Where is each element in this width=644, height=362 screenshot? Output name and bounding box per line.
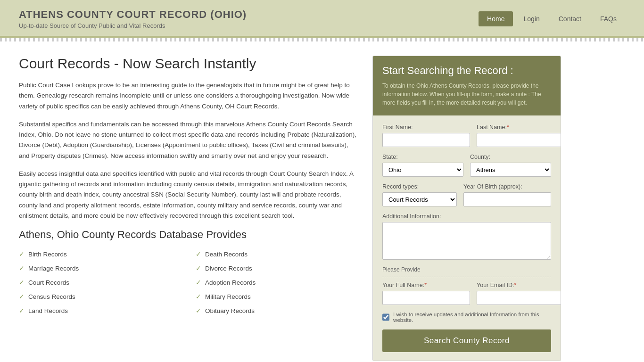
record-item-adoption: ✓ Adoption Records: [196, 277, 358, 288]
dashed-divider: [382, 277, 551, 277]
record-item-divorce: ✓ Divorce Records: [196, 263, 358, 274]
newsletter-checkbox-row: I wish to receive updates and additional…: [382, 312, 551, 323]
main-nav: Home Login Contact FAQs: [479, 11, 625, 26]
additional-info-label: Additional Information:: [382, 213, 551, 220]
last-name-label: Last Name:*: [477, 124, 561, 131]
check-icon-obituary: ✓: [196, 307, 201, 314]
county-label: County:: [470, 154, 551, 160]
full-name-required: *: [424, 282, 427, 288]
last-name-group: Last Name:*: [477, 124, 561, 147]
state-select[interactable]: Ohio Alabama Alaska Arizona California: [382, 163, 463, 177]
main-content: Court Records - Now Search Instantly Pub…: [0, 41, 644, 362]
record-label-census: Census Records: [28, 293, 75, 300]
nav-home[interactable]: Home: [479, 11, 513, 26]
additional-info-group: Additional Information:: [382, 213, 551, 260]
county-select[interactable]: Athens Franklin Hamilton Cuyahoga: [470, 163, 551, 177]
email-input[interactable]: [477, 291, 561, 305]
first-name-group: First Name:: [382, 124, 470, 147]
full-name-group: Your Full Name:*: [382, 282, 470, 305]
record-item-birth: ✓ Birth Records: [19, 248, 182, 260]
record-label-court: Court Records: [28, 279, 69, 286]
please-provide-label: Please Provide: [382, 266, 551, 273]
record-label-military: Military Records: [205, 293, 251, 300]
year-of-birth-input[interactable]: [463, 192, 551, 206]
check-icon-divorce: ✓: [196, 264, 201, 272]
newsletter-checkbox[interactable]: [382, 313, 389, 321]
record-label-adoption: Adoption Records: [205, 279, 256, 286]
brand: ATHENS COUNTY COURT RECORD (OHIO) Up-to-…: [19, 8, 247, 29]
site-header: ATHENS COUNTY COURT RECORD (OHIO) Up-to-…: [0, 0, 644, 38]
state-group: State: Ohio Alabama Alaska Arizona Calif…: [382, 154, 463, 177]
form-header-desc: To obtain the Ohio Athens County Records…: [382, 82, 551, 107]
year-of-birth-group: Year Of Birth (approx):: [463, 183, 551, 206]
first-name-label: First Name:: [382, 124, 470, 131]
check-icon-land: ✓: [19, 307, 25, 314]
check-icon-census: ✓: [19, 293, 25, 300]
email-label: Your Email ID:*: [477, 282, 561, 288]
para-2: Substantial specifics and fundamentals c…: [19, 119, 358, 161]
record-label-land: Land Records: [28, 307, 68, 314]
search-form-panel: Start Searching the Record : To obtain t…: [372, 56, 561, 361]
county-group: County: Athens Franklin Hamilton Cuyahog…: [470, 154, 551, 177]
record-item-marriage: ✓ Marriage Records: [19, 263, 182, 274]
para-3: Easily access insightful data and specif…: [19, 169, 358, 221]
name-row: First Name: Last Name:*: [382, 124, 551, 147]
record-label-divorce: Divorce Records: [205, 265, 252, 272]
form-header: Start Searching the Record : To obtain t…: [373, 56, 561, 115]
para-1: Public Court Case Lookups prove to be an…: [19, 80, 358, 112]
last-name-required: *: [507, 124, 509, 131]
record-item-land: ✓ Land Records: [19, 305, 182, 316]
record-label-obituary: Obituary Records: [205, 307, 255, 314]
record-types-select[interactable]: Court Records Birth Records Marriage Rec…: [382, 192, 457, 206]
record-item-obituary: ✓ Obituary Records: [196, 305, 358, 316]
site-subtitle: Up-to-date Source of County Public and V…: [19, 22, 247, 29]
record-item-census: ✓ Census Records: [19, 291, 182, 302]
last-name-input[interactable]: [477, 133, 561, 147]
nav-faqs[interactable]: FAQs: [592, 11, 625, 26]
contact-row: Your Full Name:* Your Email ID:*: [382, 282, 551, 305]
main-heading: Court Records - Now Search Instantly: [19, 56, 358, 72]
check-icon-marriage: ✓: [19, 264, 25, 272]
record-label-marriage: Marriage Records: [28, 265, 79, 272]
email-required: *: [514, 282, 516, 288]
record-item-military: ✓ Military Records: [196, 291, 358, 302]
state-county-row: State: Ohio Alabama Alaska Arizona Calif…: [382, 154, 551, 177]
check-icon-military: ✓: [196, 293, 201, 300]
record-year-row: Record types: Court Records Birth Record…: [382, 183, 551, 206]
full-name-input[interactable]: [382, 291, 470, 305]
first-name-input[interactable]: [382, 133, 470, 147]
check-icon-death: ✓: [196, 250, 201, 258]
record-label-death: Death Records: [205, 251, 248, 258]
form-body: First Name: Last Name:* State: Ohio Alab…: [373, 115, 561, 361]
check-icon-adoption: ✓: [196, 279, 201, 286]
dot-separator: [0, 38, 644, 41]
state-label: State:: [382, 154, 463, 160]
check-icon-birth: ✓: [19, 250, 25, 258]
record-label-birth: Birth Records: [28, 251, 67, 258]
record-types-group: Record types: Court Records Birth Record…: [382, 183, 457, 206]
additional-info-textarea[interactable]: [382, 222, 551, 260]
records-grid: ✓ Birth Records ✓ Death Records ✓ Marria…: [19, 248, 358, 316]
record-types-label: Record types:: [382, 183, 457, 190]
nav-login[interactable]: Login: [515, 11, 548, 26]
site-title: ATHENS COUNTY COURT RECORD (OHIO): [19, 8, 247, 21]
record-item-death: ✓ Death Records: [196, 248, 358, 260]
check-icon-court: ✓: [19, 279, 25, 286]
newsletter-checkbox-label: I wish to receive updates and additional…: [393, 312, 551, 323]
nav-contact[interactable]: Contact: [550, 11, 590, 26]
full-name-label: Your Full Name:*: [382, 282, 470, 288]
year-of-birth-label: Year Of Birth (approx):: [463, 183, 551, 190]
email-group: Your Email ID:*: [477, 282, 561, 305]
record-item-court: ✓ Court Records: [19, 277, 182, 288]
form-header-title: Start Searching the Record :: [382, 65, 551, 77]
search-county-record-button[interactable]: Search County Record: [382, 329, 551, 352]
left-content: Court Records - Now Search Instantly Pub…: [19, 56, 358, 361]
section-heading: Athens, Ohio County Records Database Pro…: [19, 229, 358, 241]
